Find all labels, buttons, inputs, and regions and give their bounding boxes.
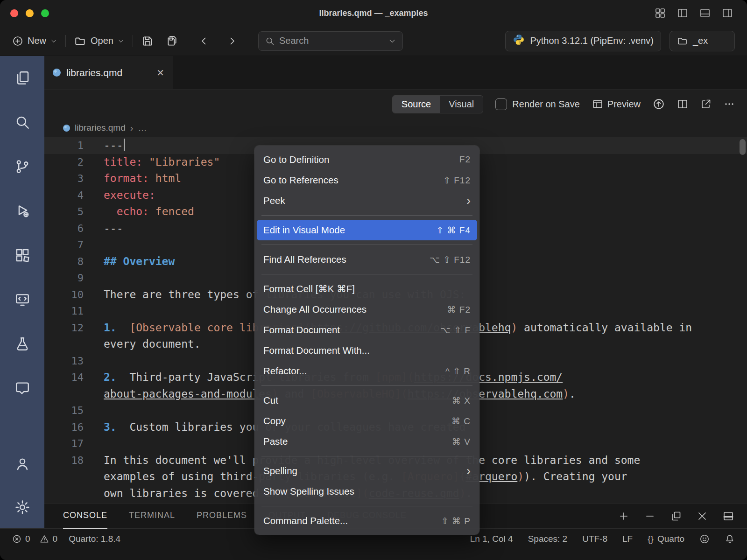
chat-icon[interactable]: [7, 373, 38, 404]
line-number: [44, 469, 84, 485]
menu-shortcut: ⌥ ⇧ F: [440, 325, 471, 336]
breadcrumb-more[interactable]: …: [138, 123, 147, 133]
new-button-label: New: [28, 35, 46, 46]
warning-icon: [40, 534, 49, 544]
menu-item-label: Format Document With...: [263, 345, 471, 356]
menu-item-label: Go to Definition: [263, 154, 459, 165]
add-console-icon[interactable]: [618, 511, 629, 522]
run-debug-icon[interactable]: [7, 196, 38, 226]
menu-item-label: Copy: [263, 415, 451, 427]
preview-button[interactable]: Preview: [592, 98, 641, 110]
menu-shortcut: ⌘ F2: [447, 304, 471, 315]
line-number: 9: [44, 270, 84, 287]
minimize-window-button[interactable]: [26, 9, 34, 17]
render-on-save-checkbox[interactable]: [495, 98, 507, 110]
menu-item-paste[interactable]: Paste⌘ V: [257, 431, 477, 452]
search-sidebar-icon[interactable]: [7, 107, 38, 138]
toggle-panel-icon[interactable]: [699, 7, 711, 19]
menu-item-format-cell-k-f[interactable]: Format Cell [⌘K ⌘F]: [257, 279, 477, 299]
menu-item-label: Edit in Visual Mode: [263, 224, 436, 236]
line-number: 13: [44, 353, 84, 370]
menu-item-refactor[interactable]: Refactor...^ ⇧ R: [257, 361, 477, 381]
remote-sessions-icon[interactable]: [7, 284, 38, 315]
chevron-down-icon: [50, 38, 57, 44]
toggle-sidebar-icon[interactable]: [677, 7, 688, 19]
panel-tab-problems[interactable]: PROBLEMS: [197, 504, 247, 529]
toolbar-divider: [65, 35, 66, 47]
settings-gear-icon[interactable]: [7, 492, 38, 523]
activity-bar: [0, 56, 44, 528]
explorer-icon[interactable]: [7, 63, 38, 93]
close-panel-icon[interactable]: [697, 511, 708, 522]
more-actions-icon[interactable]: [724, 98, 735, 110]
plus-circle-icon: [12, 35, 23, 47]
close-window-button[interactable]: [10, 9, 18, 17]
source-mode-button[interactable]: Source: [393, 96, 440, 113]
menu-item-edit-in-visual-mode[interactable]: Edit in Visual Mode⇧ ⌘ F4: [257, 220, 477, 240]
menu-item-spelling[interactable]: Spelling›: [257, 461, 477, 481]
menu-item-label: Change All Occurrences: [263, 304, 447, 315]
submenu-arrow-icon: ›: [466, 195, 471, 207]
panel-tab-terminal[interactable]: TERMINAL: [129, 504, 175, 529]
split-editor-icon[interactable]: [677, 98, 688, 110]
customize-layout-icon[interactable]: [655, 7, 666, 19]
eol-sequence[interactable]: LF: [622, 534, 633, 544]
line-number: [44, 336, 84, 353]
menu-item-go-to-definition[interactable]: Go to DefinitionF2: [257, 149, 477, 170]
open-in-new-window-icon[interactable]: [700, 98, 712, 110]
save-all-icon[interactable]: [166, 35, 178, 47]
navigate-back-icon[interactable]: [198, 35, 210, 47]
workspace-selector[interactable]: _ex: [669, 31, 735, 51]
new-button[interactable]: New: [12, 35, 57, 47]
menu-item-cut[interactable]: Cut⌘ X: [257, 390, 477, 411]
account-icon[interactable]: [7, 448, 38, 479]
problems-indicator[interactable]: 0 0: [12, 534, 57, 544]
tab-libraries-qmd[interactable]: libraries.qmd ✕: [44, 56, 173, 89]
search-dropdown-chevron-icon[interactable]: [388, 37, 396, 45]
notifications-bell-icon[interactable]: [725, 534, 735, 544]
toggle-secondary-sidebar-icon[interactable]: [722, 7, 733, 19]
language-mode[interactable]: {} Quarto: [648, 534, 684, 544]
menu-item-peek[interactable]: Peek›: [257, 190, 477, 211]
interpreter-selector[interactable]: Python 3.12.1 (PipEnv: .venv): [505, 31, 661, 51]
editor-scrollbar-thumb[interactable]: [740, 139, 746, 155]
zoom-window-button[interactable]: [41, 9, 49, 17]
menu-item-go-to-references[interactable]: Go to References⇧ F12: [257, 170, 477, 190]
menu-separator: [261, 385, 472, 386]
search-input[interactable]: Search: [258, 31, 403, 51]
menu-item-command-palette[interactable]: Command Palette...⇧ ⌘ P: [257, 511, 477, 531]
menu-item-copy[interactable]: Copy⌘ C: [257, 411, 477, 431]
menu-item-label: Refactor...: [263, 365, 445, 377]
navigate-forward-icon[interactable]: [226, 35, 238, 47]
visual-mode-button[interactable]: Visual: [440, 96, 483, 113]
menu-item-label: Spelling: [263, 465, 466, 476]
error-icon: [12, 534, 21, 544]
indentation[interactable]: Spaces: 2: [528, 534, 568, 544]
menu-item-format-document[interactable]: Format Document⌥ ⇧ F: [257, 320, 477, 340]
line-number: 6: [44, 220, 84, 237]
menu-item-format-document-with[interactable]: Format Document With...: [257, 340, 477, 361]
quarto-version[interactable]: Quarto: 1.8.4: [69, 534, 120, 544]
extensions-icon[interactable]: [7, 240, 38, 271]
menu-item-change-all-occurrences[interactable]: Change All Occurrences⌘ F2: [257, 299, 477, 320]
menu-item-show-spelling-issues[interactable]: Show Spelling Issues: [257, 481, 477, 502]
source-control-icon[interactable]: [7, 151, 38, 182]
panel-tab-console[interactable]: CONSOLE: [63, 504, 107, 529]
breadcrumb-file[interactable]: libraries.qmd: [75, 123, 126, 133]
cursor-position[interactable]: Ln 1, Col 4: [470, 534, 513, 544]
menu-item-find-all-references[interactable]: Find All References⌥ ⇧ F12: [257, 249, 477, 270]
close-tab-icon[interactable]: ✕: [156, 67, 164, 78]
minimize-panel-icon[interactable]: [644, 511, 655, 522]
restore-panel-icon[interactable]: [670, 511, 682, 522]
language-label: Quarto: [657, 534, 684, 544]
open-button[interactable]: Open: [74, 35, 124, 47]
save-icon[interactable]: [141, 35, 154, 47]
encoding[interactable]: UTF-8: [582, 534, 607, 544]
folder-icon: [74, 35, 86, 47]
feedback-smiley-icon[interactable]: [699, 534, 710, 544]
render-publish-icon[interactable]: [653, 98, 665, 110]
testing-icon[interactable]: [7, 329, 38, 359]
chevron-right-icon: ›: [130, 123, 134, 133]
panel-layout-icon[interactable]: [723, 511, 734, 522]
window-controls: [10, 9, 49, 17]
